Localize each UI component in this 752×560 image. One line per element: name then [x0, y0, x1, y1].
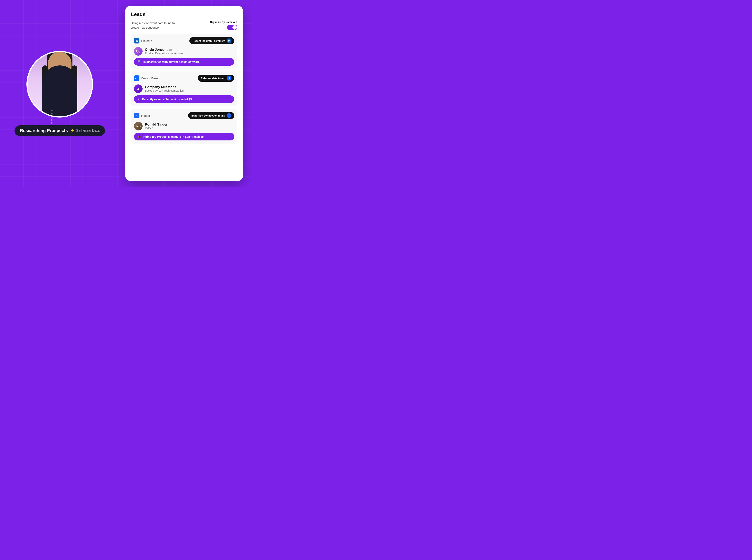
indeed-source-icon: i: [134, 113, 139, 118]
crunchbase-badge-text: Relevant data found: [201, 77, 225, 80]
linkedin-person-row: OJ Olivia Jones • 3rd+ Product Design Le…: [134, 47, 234, 56]
ronald-avatar: RS: [134, 122, 143, 131]
status-badge-subtitle: ⚡ Gathering Data: [70, 128, 100, 133]
crunchbase-action-text: Recently raised a Series A round of $5m: [142, 98, 194, 101]
company-name: Company Milestone: [145, 85, 184, 89]
linkedin-action-pill[interactable]: 🔍 Is dissatisfied with current design so…: [134, 58, 234, 66]
dot-3: [51, 116, 53, 118]
crunchbase-card: cb Crunch Base Relevant data found cb ▲ …: [131, 72, 237, 106]
leads-panel: Leads Using most relevant data found to …: [125, 6, 243, 181]
crunchbase-source-name: Crunch Base: [141, 77, 158, 80]
olivia-degree: • 3rd+: [165, 48, 172, 51]
olivia-avatar-img: OJ: [134, 47, 143, 56]
dots-connector: [51, 110, 53, 124]
linkedin-card: in LinkedIn Recent insightful comment in…: [131, 34, 237, 69]
dot-5: [51, 122, 53, 124]
linkedin-source-icon: in: [134, 38, 139, 43]
dot-4: [51, 119, 53, 121]
status-badge-title: Researching Prospects: [20, 128, 68, 133]
panel-title: Leads: [131, 12, 237, 17]
card-header-indeed: i Indeed Important connection found i: [134, 112, 234, 119]
indeed-source-name: Indeed: [141, 114, 150, 117]
source-crunchbase: cb Crunch Base: [134, 75, 158, 81]
indeed-action-text: Hiring top Product Managers in San Franc…: [143, 135, 204, 138]
linkedin-action-icon: 🔍: [138, 60, 141, 64]
avatar-ring: [26, 51, 93, 118]
organize-row: Using most relevant data found to create…: [131, 21, 237, 30]
card-header-linkedin: in LinkedIn Recent insightful comment in: [134, 37, 234, 44]
lightning-icon: ⚡: [70, 128, 75, 133]
source-indeed: i Indeed: [134, 113, 150, 118]
organize-toggle[interactable]: [227, 25, 237, 30]
left-section: Researching Prospects ⚡ Gathering Data: [0, 0, 119, 187]
crunchbase-badge-icon: cb: [227, 76, 231, 80]
linkedin-badge-text: Recent insightful comment: [192, 39, 225, 42]
company-sub: Backed by 10+ Tech companies: [145, 89, 184, 92]
card-header-crunchbase: cb Crunch Base Relevant data found cb: [134, 75, 234, 82]
company-info: Company Milestone Backed by 10+ Tech com…: [145, 85, 184, 92]
ronald-sub: Indeed: [145, 126, 167, 130]
indeed-badge: Important connection found i: [188, 112, 234, 119]
toggle-thumb: [232, 25, 237, 29]
olivia-avatar: OJ: [134, 47, 143, 56]
linkedin-action-text: Is dissatisfied with current design soft…: [143, 60, 200, 63]
crunchbase-source-icon: cb: [134, 75, 139, 81]
organize-label: Organize By Name A-Z: [210, 21, 237, 23]
ronald-name: Ronald Singer: [145, 123, 167, 126]
crunchbase-action-pill[interactable]: ✦ Recently raised a Series A round of $5…: [134, 95, 234, 103]
indeed-badge-icon: i: [227, 113, 231, 118]
source-linkedin: in LinkedIn: [134, 38, 152, 43]
indeed-person-row: RS Ronald Singer Indeed: [134, 122, 234, 131]
olivia-title: Product Design Lead at Artisan: [145, 52, 183, 55]
organize-toggle-section: Organize By Name A-Z: [210, 21, 237, 30]
dot-2: [51, 113, 53, 114]
olivia-name-text: Olivia Jones: [145, 48, 164, 52]
person-body: [42, 65, 77, 116]
crunchbase-badge: Relevant data found cb: [198, 75, 234, 82]
olivia-name: Olivia Jones • 3rd+: [145, 48, 183, 52]
linkedin-badge-icon: in: [227, 38, 231, 43]
crunchbase-action-icon: ✦: [138, 97, 140, 101]
indeed-action-icon: 🎓: [138, 135, 141, 139]
indeed-action-pill[interactable]: 🎓 Hiring top Product Managers in San Fra…: [134, 133, 234, 140]
avatar-person: [27, 52, 92, 116]
olivia-info: Olivia Jones • 3rd+ Product Design Lead …: [145, 48, 183, 55]
indeed-badge-text: Important connection found: [191, 114, 225, 117]
status-badge: Researching Prospects ⚡ Gathering Data: [15, 125, 105, 136]
organize-description: Using most relevant data found to create…: [131, 21, 182, 30]
status-badge-sub-text: Gathering Data: [76, 128, 100, 133]
indeed-card: i Indeed Important connection found i RS…: [131, 109, 237, 144]
company-milestone-icon: ▲: [134, 84, 143, 93]
crunchbase-person-row: ▲ Company Milestone Backed by 10+ Tech c…: [134, 84, 234, 93]
ronald-info: Ronald Singer Indeed: [145, 123, 167, 130]
linkedin-badge: Recent insightful comment in: [189, 37, 234, 44]
dot-1: [51, 110, 53, 111]
linkedin-source-name: LinkedIn: [141, 39, 152, 42]
